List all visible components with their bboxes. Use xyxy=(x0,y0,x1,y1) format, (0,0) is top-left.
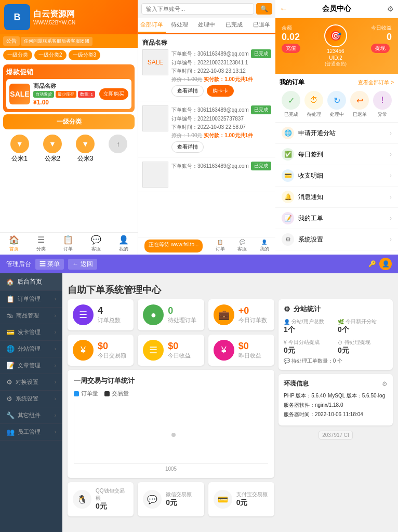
loading-url-badge: 正在等待 www.fsl.to... xyxy=(144,240,203,252)
branch-stats-card: ⚙ 分站统计 👤 分站/用户总数 1个 xyxy=(278,299,393,370)
orders-nav-order[interactable]: 📋 订单 xyxy=(216,240,225,252)
sidebar-item-cards[interactable]: 💳 发卡管理 › xyxy=(0,324,62,341)
tab-refunded[interactable]: 已退单 xyxy=(248,18,275,33)
sidebar-item-products[interactable]: 🛍 商品管理 › xyxy=(0,308,62,324)
member-info-card: 余额 0.02 充值 🎯 123456 UID:2 (普通会员) 今日收益 0 … xyxy=(275,18,398,74)
exchange-menu-label: 对换设置 xyxy=(16,378,38,386)
store-panel: B 白云资源网 WWW.52BYW.CN 公告 任何问题联系客服后者客服团团 一… xyxy=(0,0,138,255)
branch-ticket-count: 💬 待处理工单数量：0 个 xyxy=(284,357,388,365)
tab-completed[interactable]: 已完成 xyxy=(220,18,248,33)
order-icon-abnormal[interactable]: ! 异常 xyxy=(373,91,392,118)
refunded-label: 已退单 xyxy=(353,111,367,118)
home-icon: 🏠 xyxy=(6,278,14,286)
topbar-back-btn[interactable]: ← 返回 xyxy=(68,259,97,270)
menu-item-finance[interactable]: 💳 收支明细 › xyxy=(275,165,398,187)
menu-item-settings[interactable]: ⚙ 系统设置 › xyxy=(275,229,398,250)
member-back-button[interactable]: ← xyxy=(280,4,288,14)
cat-circle-up: ↑ xyxy=(109,135,127,153)
sidebar-item-articles[interactable]: 📝 文章管理 › xyxy=(0,357,62,374)
order1-product: 商品名称 xyxy=(142,38,167,47)
charge-button[interactable]: 充值 xyxy=(282,44,300,53)
yesterday-profit-label: 昨日收益 xyxy=(238,352,269,360)
store-nav-category[interactable]: ☰ 分类 xyxy=(36,235,46,252)
sidebar-item-components[interactable]: 🔧 其它组件 › xyxy=(0,407,62,424)
order1-copy-btn[interactable]: 购卡卡 xyxy=(207,85,234,97)
admin-page-header: 自助下单系统管理中心 xyxy=(68,278,393,299)
store-nav-home[interactable]: 🏠 首页 xyxy=(9,235,19,252)
store-logo-info: 白云资源网 WWW.52BYW.CN xyxy=(33,9,75,25)
cat-icon-2[interactable]: ▼ 公米2 xyxy=(43,135,62,163)
menu-item-branch[interactable]: 🌐 申请开通分站 › xyxy=(275,123,398,144)
legend-dot-trade xyxy=(104,391,110,396)
notification-icon: 🔔 xyxy=(282,191,294,203)
buy-button[interactable]: 立即购买 xyxy=(99,88,128,100)
order2-detail-btn[interactable]: 查看详情 xyxy=(171,141,204,153)
tab-pending[interactable]: 待处理 xyxy=(166,18,193,33)
wechat-stat-info: 微信交易额 0元 xyxy=(166,491,192,508)
member-menu-list: 🌐 申请开通分站 › ✅ 每日签到 › 💳 收支明细 › 🔔 消息通知 › 📝 xyxy=(275,123,398,250)
finance-arrow: › xyxy=(390,172,392,179)
cat-tab-1[interactable]: 一级分类 xyxy=(3,50,32,60)
tab-processing[interactable]: 处理中 xyxy=(193,18,221,33)
order-search-input[interactable] xyxy=(141,3,254,15)
order-icon-pending[interactable]: ⏱ 待处理 xyxy=(304,91,323,118)
order1-detail-btn[interactable]: 查看详情 xyxy=(171,85,204,97)
member-title: 会员中心 xyxy=(322,4,351,14)
branch-user-label: 👤 分站/用户总数 xyxy=(284,318,334,325)
chart-legend: 订单量 交易量 xyxy=(74,390,268,397)
promo-section: 爆款促销 SALE 商品名称 自动发货 最少库存 数量: 1 ¥1.00 立即购… xyxy=(3,64,135,112)
env-settings-icon[interactable]: ⚙ xyxy=(382,380,388,388)
ticket-count-icon: 💬 xyxy=(284,358,290,364)
order-search-button[interactable]: 🔍 xyxy=(256,3,272,15)
sidebar-item-orders[interactable]: 📋 订单管理 › xyxy=(0,291,62,308)
member-settings-button[interactable]: ⚙ xyxy=(387,5,394,13)
sidebar-item-branch[interactable]: 🌐 分站管理 › xyxy=(0,341,62,357)
cat-icon-up[interactable]: ↑ xyxy=(109,135,127,163)
products-icon: 🛍 xyxy=(6,312,13,320)
topbar-menu-btn[interactable]: ☰ 菜单 xyxy=(35,259,64,270)
store-nav-me[interactable]: 👤 我的 xyxy=(118,235,129,252)
admin-avatar[interactable]: 👤 xyxy=(379,258,392,270)
store-nav-order[interactable]: 📋 订单 xyxy=(63,235,73,252)
cat-circle-3: ▼ xyxy=(76,135,95,153)
stat-card-pending-orders: ● 0 待处理订单 xyxy=(138,299,204,330)
commission-icon: ¥ xyxy=(284,340,287,345)
withdraw-button[interactable]: 提现 xyxy=(371,44,390,53)
orders-nav-me[interactable]: 👤 我的 xyxy=(260,240,269,252)
store-nav-service[interactable]: 💬 客服 xyxy=(91,235,101,252)
settings-icon: ⚙ xyxy=(282,233,294,246)
order1-no: 订单编号：2022100323123841 1 xyxy=(171,59,271,66)
sidebar-home[interactable]: 🏠 后台首页 xyxy=(0,273,62,291)
cat-circle-1: ▼ xyxy=(10,135,29,153)
store-bottom-nav: 🏠 首页 ☰ 分类 📋 订单 💬 客服 👤 我的 xyxy=(0,232,138,255)
sidebar-item-syssettings[interactable]: ⚙ 系统设置 › xyxy=(0,391,62,407)
completed-label: 已完成 xyxy=(284,111,298,118)
cat-tab-2[interactable]: 一级分类2 xyxy=(34,50,67,60)
articles-menu-label: 文章管理 xyxy=(18,362,41,369)
cat-icon-1[interactable]: ▼ 公米1 xyxy=(10,135,29,163)
orders-nav-service[interactable]: 💬 客服 xyxy=(237,240,247,252)
sidebar-item-staff[interactable]: 👥 员工管理 › xyxy=(0,424,62,441)
total-orders-info: 4 订单总数 xyxy=(98,305,128,324)
promo-tags: 自动发货 最少库存 数量: 1 xyxy=(33,91,96,98)
order-icon-completed[interactable]: ✓ 已完成 xyxy=(282,91,300,118)
order3-status: 已完成 xyxy=(251,162,271,170)
admin-sidebar: 🏠 后台首页 📋 订单管理 › 🛍 商品管理 › 💳 xyxy=(0,273,62,532)
env-server: 服务器软件：nginx/1.18.0 xyxy=(284,402,388,409)
menu-item-notification[interactable]: 🔔 消息通知 › xyxy=(275,187,398,208)
orders-icon: 📋 xyxy=(6,295,15,303)
cat-icon-3[interactable]: ▼ 公米3 xyxy=(76,135,95,163)
cat-label-2: 公米2 xyxy=(45,154,61,163)
menu-item-ticket[interactable]: 📝 我的工单 › xyxy=(275,208,398,229)
sidebar-item-exchange[interactable]: ⚙ 对换设置 › xyxy=(0,374,62,391)
cat-tab-3[interactable]: 一级分类3 xyxy=(69,50,101,60)
order-icon-processing[interactable]: ↻ 处理中 xyxy=(327,91,346,118)
finance-label: 收支明细 xyxy=(298,171,390,180)
view-all-orders[interactable]: 查看全部订单 > xyxy=(358,79,394,86)
menu-item-checkin[interactable]: ✅ 每日签到 › xyxy=(275,144,398,165)
orders-panel: 🔍 全部订单 待处理 处理中 已完成 已退单 商品名称 SALE xyxy=(138,0,275,255)
order-icon-refunded[interactable]: ↩ 已退单 xyxy=(350,91,369,118)
stat-card-today-orders: 💼 +0 今日订单数 xyxy=(208,299,274,330)
cat-icons: ▼ 公米1 ▼ 公米2 ▼ 公米3 ↑ xyxy=(0,131,138,166)
tab-all-orders[interactable]: 全部订单 xyxy=(138,18,166,33)
